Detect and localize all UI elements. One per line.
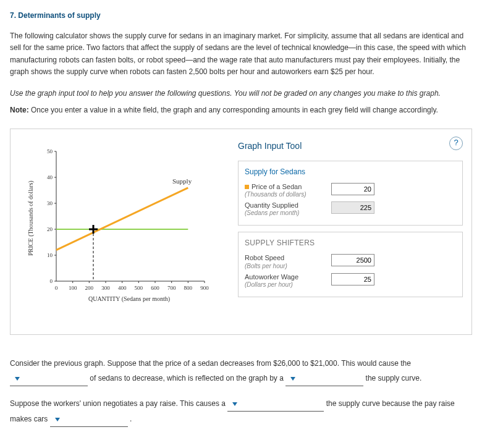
shifters-title: SUPPLY SHIFTERS bbox=[245, 237, 456, 249]
qty-label: Quantity Supplied (Sedans per month) bbox=[245, 201, 331, 216]
price-input[interactable] bbox=[331, 183, 374, 195]
svg-text:10: 10 bbox=[47, 252, 53, 258]
caret-down-icon bbox=[15, 377, 20, 381]
equilibrium-marker[interactable] bbox=[89, 225, 98, 234]
svg-text:600: 600 bbox=[151, 285, 159, 291]
q1-text-1: Consider the previous graph. Suppose tha… bbox=[10, 359, 411, 368]
note-text: Note: Once you enter a value in a white … bbox=[10, 104, 472, 116]
qty-output bbox=[331, 201, 374, 214]
y-axis-label: PRICE (Thousands of dollars) bbox=[27, 181, 35, 256]
question-title: 7. Determinants of supply bbox=[10, 10, 472, 22]
supply-line[interactable] bbox=[56, 188, 188, 250]
q1-text-2: of sedans to decrease, which is reflecte… bbox=[90, 374, 285, 382]
svg-text:300: 300 bbox=[101, 285, 110, 291]
tool-panel: Graph Input Tool ? Supply for Sedans Pri… bbox=[238, 139, 463, 324]
note-body: Once you enter a value in a white field,… bbox=[29, 106, 438, 114]
q2-dropdown-1[interactable] bbox=[227, 396, 324, 412]
svg-text:700: 700 bbox=[167, 285, 176, 291]
q2-text-3: . bbox=[130, 415, 132, 423]
note-label: Note: bbox=[10, 106, 29, 114]
robot-input[interactable] bbox=[331, 254, 374, 266]
svg-text:0: 0 bbox=[50, 278, 53, 284]
qty-label-sub: (Sedans per month) bbox=[245, 209, 299, 216]
price-label-sub: (Thousands of dollars) bbox=[245, 191, 307, 198]
caret-down-icon bbox=[232, 402, 237, 406]
question-2: Suppose the workers' union negotiates a … bbox=[10, 396, 472, 427]
robot-label-sub: (Bolts per hour) bbox=[245, 263, 287, 269]
price-label: Price of a Sedan (Thousands of dollars) bbox=[245, 183, 331, 198]
supply-section: Supply for Sedans Price of a Sedan (Thou… bbox=[238, 161, 463, 226]
price-label-text: Price of a Sedan bbox=[252, 183, 302, 190]
svg-text:20: 20 bbox=[47, 226, 53, 232]
wage-label-sub: (Dollars per hour) bbox=[245, 281, 293, 288]
supply-section-title: Supply for Sedans bbox=[245, 166, 456, 178]
shifters-section: SUPPLY SHIFTERS Robot Speed (Bolts per h… bbox=[238, 232, 463, 297]
supply-label: Supply bbox=[172, 177, 192, 185]
wage-input[interactable] bbox=[331, 273, 374, 285]
q1-text-3: the supply curve. bbox=[366, 374, 422, 382]
robot-label-text: Robot Speed bbox=[245, 254, 284, 261]
wage-label: Autoworker Wage (Dollars per hour) bbox=[245, 273, 331, 288]
caret-down-icon bbox=[55, 418, 60, 421]
price-marker-icon bbox=[245, 185, 249, 189]
svg-text:40: 40 bbox=[47, 174, 53, 180]
instructions-text: Use the graph input tool to help you ans… bbox=[10, 88, 472, 99]
svg-text:500: 500 bbox=[135, 285, 143, 291]
chart-panel: 0 10 20 30 40 50 0 100 200 300 400 500 6… bbox=[19, 139, 229, 324]
q2-text-1: Suppose the workers' union negotiates a … bbox=[10, 399, 227, 408]
x-axis-label: QUANTITY (Sedans per month) bbox=[88, 295, 170, 303]
caret-down-icon bbox=[290, 377, 295, 381]
graph-tool-widget: 0 10 20 30 40 50 0 100 200 300 400 500 6… bbox=[10, 129, 472, 335]
svg-text:400: 400 bbox=[118, 285, 127, 291]
wage-label-text: Autoworker Wage bbox=[245, 273, 298, 281]
supply-chart[interactable]: 0 10 20 30 40 50 0 100 200 300 400 500 6… bbox=[19, 139, 229, 324]
qty-label-text: Quantity Supplied bbox=[245, 201, 298, 209]
svg-text:0: 0 bbox=[55, 285, 58, 291]
question-1: Consider the previous graph. Suppose tha… bbox=[10, 356, 472, 386]
q1-dropdown-2[interactable] bbox=[285, 371, 363, 386]
qty-row: Quantity Supplied (Sedans per month) bbox=[245, 201, 456, 216]
tool-header: Graph Input Tool bbox=[238, 139, 463, 153]
svg-text:100: 100 bbox=[69, 285, 77, 291]
robot-row: Robot Speed (Bolts per hour) bbox=[245, 254, 456, 269]
intro-paragraph: The following calculator shows the suppl… bbox=[10, 30, 472, 78]
svg-text:30: 30 bbox=[47, 200, 53, 206]
q2-dropdown-2[interactable] bbox=[50, 412, 128, 427]
svg-text:50: 50 bbox=[47, 148, 53, 154]
wage-row: Autoworker Wage (Dollars per hour) bbox=[245, 273, 456, 288]
robot-label: Robot Speed (Bolts per hour) bbox=[245, 254, 331, 269]
q1-dropdown-1[interactable] bbox=[10, 371, 88, 386]
svg-text:800: 800 bbox=[184, 285, 193, 291]
svg-text:900: 900 bbox=[200, 285, 209, 291]
price-row: Price of a Sedan (Thousands of dollars) bbox=[245, 183, 456, 198]
svg-text:200: 200 bbox=[85, 285, 94, 291]
